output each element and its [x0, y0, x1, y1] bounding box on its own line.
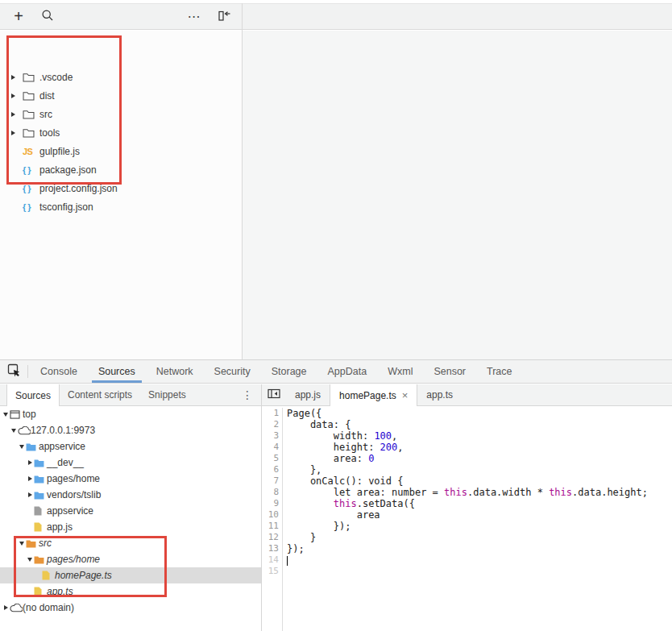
tree-item-pages-home[interactable]: pages/home — [0, 471, 261, 487]
chevron-down-icon[interactable] — [18, 445, 26, 449]
tree-item-pages-home[interactable]: pages/home — [0, 551, 261, 567]
navigator-menu-button[interactable]: ⋮ — [242, 384, 253, 405]
inspect-element-button[interactable] — [0, 360, 27, 383]
tree-item-app-js[interactable]: app.js — [0, 519, 261, 535]
line-number[interactable]: 14 — [262, 554, 279, 566]
tab-console[interactable]: Console — [30, 360, 88, 383]
line-number[interactable]: 11 — [262, 521, 279, 532]
tab-sensor[interactable]: Sensor — [423, 360, 476, 383]
tab-network[interactable]: Network — [146, 360, 204, 383]
tab-wxml[interactable]: Wxml — [377, 360, 423, 383]
collapse-sidebar-button[interactable] — [212, 4, 236, 29]
line-number[interactable]: 13 — [262, 543, 279, 554]
tab-label: AppData — [328, 366, 367, 377]
explorer-item-tsconfig-json[interactable]: { }tsconfig.json — [0, 197, 242, 216]
chevron-down-icon[interactable] — [26, 558, 34, 562]
tab-label: Network — [156, 366, 193, 377]
chevron-right-icon[interactable] — [11, 112, 23, 117]
tab-security[interactable]: Security — [204, 360, 261, 383]
tree-item-label: __dev__ — [47, 457, 84, 468]
tab-trace[interactable]: Trace — [476, 360, 523, 383]
editor-tab-homepage-ts[interactable]: homePage.ts× — [330, 384, 417, 406]
more-options-button[interactable]: ⋯ — [182, 4, 206, 29]
line-number[interactable]: 8 — [262, 487, 279, 498]
subtab-snippets[interactable]: Snippets — [140, 384, 194, 405]
chevron-right-icon[interactable] — [26, 492, 34, 497]
line-number[interactable]: 3 — [262, 430, 279, 442]
subtab-sources[interactable]: Sources — [6, 384, 60, 406]
code-token: , — [392, 430, 397, 442]
subtab-label: Sources — [15, 390, 51, 401]
line-number[interactable]: 1 — [262, 408, 279, 419]
tree-item-no-domain[interactable]: (no domain) — [0, 600, 261, 616]
line-number[interactable]: 2 — [262, 419, 279, 430]
chevron-right-icon[interactable] — [2, 605, 10, 610]
code-token: }); — [287, 521, 351, 532]
folder-blue-icon — [34, 491, 47, 500]
explorer-item-vscode[interactable]: .vscode — [0, 68, 242, 86]
editor-tab-app-ts[interactable]: app.ts — [417, 384, 462, 405]
code-editor[interactable]: 123456789101112131415 Page({ data: { wid… — [262, 406, 672, 631]
tree-item-appservice[interactable]: appservice — [0, 503, 261, 519]
cloud-icon — [10, 604, 23, 612]
chevron-down-icon[interactable] — [2, 413, 10, 417]
line-number[interactable]: 5 — [262, 453, 279, 464]
explorer-item-dist[interactable]: dist — [0, 86, 242, 105]
tree-item-label: 127.0.0.1:9973 — [31, 425, 95, 436]
code-line: }, — [287, 464, 672, 475]
tree-item-src[interactable]: src — [0, 535, 261, 551]
chevron-right-icon[interactable] — [26, 460, 34, 465]
search-button[interactable] — [35, 4, 60, 29]
explorer-item-src[interactable]: src — [0, 105, 242, 123]
tree-item-app-ts[interactable]: app.ts — [0, 583, 261, 600]
file-label: .vscode — [39, 72, 73, 83]
tab-label: Storage — [272, 366, 307, 377]
devtools-tabbar: ConsoleSourcesNetworkSecurityStorageAppD… — [0, 360, 672, 384]
line-number[interactable]: 4 — [262, 442, 279, 453]
chevron-right-icon[interactable] — [11, 93, 23, 98]
folder-blue-icon — [26, 442, 39, 451]
line-number[interactable]: 15 — [262, 566, 279, 577]
folder-outline-icon — [23, 128, 39, 138]
explorer-item-project-config-json[interactable]: { }project.config.json — [0, 179, 242, 197]
tab-label: Wxml — [388, 366, 413, 377]
chevron-down-icon[interactable] — [18, 542, 26, 546]
number-token: 200 — [380, 442, 398, 453]
tree-item-appservice[interactable]: appservice — [0, 438, 261, 455]
explorer-editor-divider[interactable] — [242, 3, 243, 359]
line-number[interactable]: 7 — [262, 475, 279, 487]
tab-appdata[interactable]: AppData — [317, 360, 378, 383]
tree-item-127-0-0-1-9973[interactable]: 127.0.0.1:9973 — [0, 422, 261, 438]
explorer-item-gulpfile-js[interactable]: JSgulpfile.js — [0, 142, 242, 160]
toggle-navigator-button[interactable] — [262, 384, 286, 405]
tab-sources[interactable]: Sources — [88, 360, 146, 383]
keyword-token: this — [444, 487, 467, 498]
line-number[interactable]: 6 — [262, 464, 279, 475]
line-number[interactable]: 9 — [262, 498, 279, 509]
project-explorer-section: + ⋯ .vscodedistsrctoolsJSgulpfile.js{ }p… — [0, 0, 672, 359]
add-file-button[interactable]: + — [6, 4, 31, 29]
tree-item-dev[interactable]: __dev__ — [0, 455, 261, 471]
subtab-content-scripts[interactable]: Content scripts — [60, 384, 140, 405]
chevron-right-icon[interactable] — [26, 476, 34, 481]
line-number[interactable]: 10 — [262, 509, 279, 521]
editor-tab-app-js[interactable]: app.js — [286, 384, 330, 405]
line-number[interactable]: 12 — [262, 532, 279, 543]
explorer-item-package-json[interactable]: { }package.json — [0, 160, 242, 179]
editor-gutter[interactable]: 123456789101112131415 — [262, 408, 283, 631]
code-token: let area: number = — [287, 487, 444, 498]
file-label: dist — [39, 90, 55, 102]
chevron-right-icon[interactable] — [11, 75, 23, 80]
tab-storage[interactable]: Storage — [261, 360, 317, 383]
text-cursor — [287, 556, 288, 566]
tree-item-label: app.ts — [47, 586, 73, 597]
tree-item-vendors-tslib[interactable]: vendors/tslib — [0, 487, 261, 503]
close-icon[interactable]: × — [402, 390, 409, 401]
chevron-down-icon[interactable] — [10, 429, 18, 433]
folder-outline-icon — [23, 73, 39, 82]
tree-item-top[interactable]: top — [0, 406, 261, 422]
tree-item-homepage-ts[interactable]: homePage.ts — [0, 567, 261, 583]
folder-orange-icon — [26, 539, 39, 548]
explorer-item-tools[interactable]: tools — [0, 123, 242, 142]
chevron-right-icon[interactable] — [11, 131, 23, 135]
